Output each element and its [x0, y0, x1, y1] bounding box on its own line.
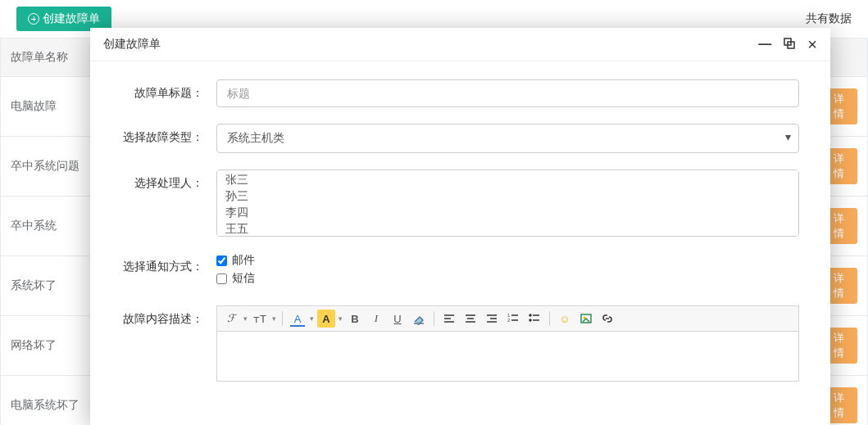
underline-icon[interactable]: U [389, 310, 407, 328]
editor-toolbar: ℱ▾ ᴛT▾ A▾ A▾ B I U [217, 306, 798, 332]
assignee-option[interactable]: 王五 [217, 221, 798, 237]
modal-header: 创建故障单 — × [90, 28, 830, 61]
label-title: 故障单标题： [111, 79, 216, 107]
align-center-icon[interactable] [461, 310, 479, 328]
italic-icon[interactable]: I [367, 310, 385, 328]
assignee-listbox[interactable]: 张三孙三李四王五 [216, 170, 799, 237]
notify-sms-row[interactable]: 短信 [216, 271, 799, 286]
notify-sms-checkbox[interactable] [216, 274, 227, 284]
create-fault-modal: 创建故障单 — × 故障单标题： 选择故障类型： [90, 28, 830, 425]
fontsize-icon[interactable]: ᴛT [251, 310, 269, 328]
assignee-option[interactable]: 李四 [217, 205, 798, 221]
rich-text-editor: ℱ▾ ᴛT▾ A▾ A▾ B I U [216, 305, 799, 382]
label-assignee: 选择处理人： [111, 170, 216, 237]
fontfamily-icon[interactable]: ℱ [222, 310, 240, 328]
assignee-option[interactable]: 孙三 [217, 188, 798, 205]
align-right-icon[interactable] [483, 310, 501, 328]
fault-type-select[interactable]: 系统主机类 [216, 124, 799, 153]
align-left-icon[interactable] [440, 310, 458, 328]
assignee-option[interactable]: 张三 [217, 172, 798, 188]
label-type: 选择故障类型： [111, 124, 216, 153]
emoji-icon[interactable]: ☺ [556, 310, 574, 328]
fault-title-input[interactable] [216, 79, 799, 107]
list-unordered-icon[interactable] [525, 310, 543, 328]
bold-icon[interactable]: B [346, 310, 364, 328]
editor-content[interactable] [217, 332, 798, 381]
image-icon[interactable] [577, 310, 595, 328]
svg-text:2: 2 [507, 318, 511, 323]
label-content: 故障内容描述： [111, 305, 216, 382]
link-icon[interactable] [598, 310, 616, 328]
notify-email-checkbox[interactable] [216, 255, 227, 266]
list-ordered-icon[interactable]: 12 [504, 310, 522, 328]
svg-point-18 [529, 319, 531, 321]
bgcolor-icon[interactable]: A [317, 310, 335, 328]
label-notify: 选择通知方式： [111, 253, 216, 289]
close-icon[interactable]: × [807, 36, 817, 52]
maximize-icon[interactable] [783, 37, 796, 52]
minimize-icon[interactable]: — [758, 38, 771, 51]
eraser-icon[interactable] [410, 310, 428, 328]
modal-title: 创建故障单 [103, 37, 161, 52]
modal-body: 故障单标题： 选择故障类型： 系统主机类 选择处理人： [90, 61, 830, 425]
svg-point-16 [529, 314, 531, 316]
notify-email-row[interactable]: 邮件 [216, 253, 799, 268]
notify-sms-label: 短信 [232, 271, 255, 286]
notify-email-label: 邮件 [232, 253, 255, 268]
fontcolor-icon[interactable]: A [289, 310, 307, 328]
